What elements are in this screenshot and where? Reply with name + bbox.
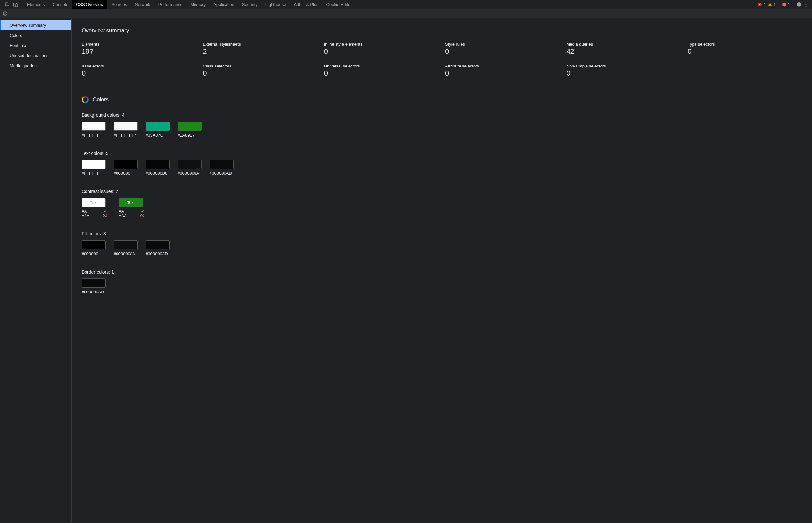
console-status-badges[interactable]: ✕ 1 1 [756, 2, 778, 7]
fail-icon [103, 214, 107, 217]
color-swatch[interactable] [114, 240, 138, 249]
swatch-item: #000000 [82, 240, 106, 256]
sidebar-item-overview-summary[interactable]: Overview summary [0, 20, 71, 30]
tab-lighthouse[interactable]: Lighthouse [261, 0, 290, 9]
swatch-label: #0000008A [114, 251, 138, 256]
contrast-aaa-row: AAA [119, 214, 148, 218]
contrast-item: TextAA✓AAA [82, 198, 111, 218]
stat-label: Universal selectors [324, 64, 439, 69]
aa-label: AA [119, 209, 124, 214]
color-swatch[interactable] [82, 160, 106, 169]
sidebar-item-media-queries[interactable]: Media queries [0, 61, 71, 71]
tab-application[interactable]: Application [209, 0, 238, 9]
top-left-icons [1, 0, 22, 9]
tab-security[interactable]: Security [238, 0, 261, 9]
issue-count: 1 [788, 2, 790, 7]
contrast-aa-row: AA✓ [119, 209, 148, 214]
stat-label: Type selectors [688, 42, 802, 47]
svg-point-3 [806, 2, 807, 3]
swatch-item: #000000AD [145, 240, 170, 256]
colors-header: Colors [82, 96, 802, 103]
tab-performance[interactable]: Performance [154, 0, 186, 9]
sidebar-item-unused-declarations[interactable]: Unused declarations [0, 51, 71, 61]
border-swatch-row: #000000AD [82, 278, 802, 294]
issues-badge[interactable]: 1 [780, 2, 792, 7]
top-right-controls: ✕ 1 1 1 [756, 2, 811, 7]
tab-css-overview[interactable]: CSS Overview [72, 0, 108, 9]
swatch-label: #0000008A [177, 171, 202, 176]
color-swatch[interactable] [114, 160, 138, 169]
swatch-label: #000000AD [145, 251, 170, 256]
aaa-label: AAA [82, 214, 89, 218]
swatch-item: #FFFFFFF7 [114, 122, 138, 138]
stat-id-selectors: ID selectors0 [82, 64, 196, 78]
color-swatch[interactable] [82, 122, 106, 131]
stat-media-queries: Media queries42 [566, 42, 681, 56]
sidebar: Overview summaryColorsFont infoUnused de… [0, 18, 72, 523]
svg-line-7 [4, 12, 6, 15]
swatch-label: #03A87C [145, 133, 170, 138]
color-swatch[interactable] [114, 122, 138, 131]
contrast-swatch[interactable]: Text [119, 198, 143, 207]
inspect-icon[interactable] [4, 2, 10, 7]
stat-label: ID selectors [82, 64, 196, 69]
stat-attribute-selectors: Attribute selectors0 [445, 64, 560, 78]
text-colors-heading: Text colors: 5 [82, 151, 802, 156]
stat-value: 0 [324, 69, 439, 78]
swatch-item: #FFFFFF [82, 160, 106, 176]
swatch-label: #FFFFFFF7 [114, 133, 138, 138]
color-swatch[interactable] [177, 122, 202, 131]
swatch-item: #000000AD [209, 160, 234, 176]
contrast-issues-heading: Contrast issues: 2 [82, 189, 802, 194]
error-icon: ✕ [758, 3, 762, 6]
settings-icon[interactable] [796, 2, 801, 7]
check-icon: ✓ [104, 209, 107, 214]
swatch-label: #000000AD [82, 290, 106, 294]
colors-section: Colors Background colors: 4 #FFFFFF#FFFF… [72, 87, 812, 304]
sidebar-item-font-info[interactable]: Font info [0, 40, 71, 51]
background-swatch-row: #FFFFFF#FFFFFFF7#03A87C#1A8917 [82, 122, 802, 138]
stats-grid: Elements197External stylesheets2Inline s… [82, 42, 802, 78]
tab-memory[interactable]: Memory [186, 0, 209, 9]
color-swatch[interactable] [145, 122, 170, 131]
stat-inline-style-elements: Inline style elements0 [324, 42, 439, 56]
more-menu-icon[interactable] [804, 2, 809, 7]
colors-title: Colors [93, 96, 109, 103]
stat-label: Style rules [445, 42, 560, 47]
tab-sources[interactable]: Sources [107, 0, 131, 9]
divider [794, 2, 794, 7]
tab-network[interactable]: Network [131, 0, 154, 9]
sub-toolbar [0, 9, 812, 18]
color-swatch[interactable] [145, 240, 170, 249]
tab-console[interactable]: Console [49, 0, 72, 9]
contrast-item: TextAA✓AAA [119, 198, 148, 218]
clear-icon[interactable] [3, 11, 7, 16]
stat-label: Inline style elements [324, 42, 439, 47]
tab-adblock-plus[interactable]: Adblock Plus [290, 0, 322, 9]
svg-rect-2 [16, 4, 18, 6]
swatch-item: #000000AD [82, 278, 106, 294]
tab-cookie-editor[interactable]: Cookie Editor [323, 0, 356, 9]
stat-universal-selectors: Universal selectors0 [324, 64, 439, 78]
swatch-item: #000000 [114, 160, 138, 176]
contrast-swatch[interactable]: Text [82, 198, 106, 207]
device-toggle-icon[interactable] [13, 2, 18, 7]
sidebar-item-colors[interactable]: Colors [0, 30, 71, 40]
stat-value: 0 [688, 47, 802, 56]
stat-elements: Elements197 [82, 42, 196, 56]
stat-value: 0 [445, 47, 560, 56]
color-swatch[interactable] [82, 278, 106, 288]
color-swatch[interactable] [177, 160, 202, 169]
tab-elements[interactable]: Elements [23, 0, 49, 9]
stat-external-stylesheets: External stylesheets2 [203, 42, 317, 56]
contrast-aa-row: AA✓ [82, 209, 111, 214]
color-swatch[interactable] [82, 240, 106, 249]
color-swatch[interactable] [209, 160, 234, 169]
contrast-swatch-row: TextAA✓AAATextAA✓AAA [82, 198, 802, 218]
border-colors-heading: Border colors: 1 [82, 269, 802, 274]
color-swatch[interactable] [145, 160, 170, 169]
swatch-label: #FFFFFF [82, 171, 106, 176]
colors-ring-icon [82, 96, 89, 103]
warning-count: 1 [774, 2, 776, 7]
content-area: Overview summaryColorsFont infoUnused de… [0, 18, 812, 523]
